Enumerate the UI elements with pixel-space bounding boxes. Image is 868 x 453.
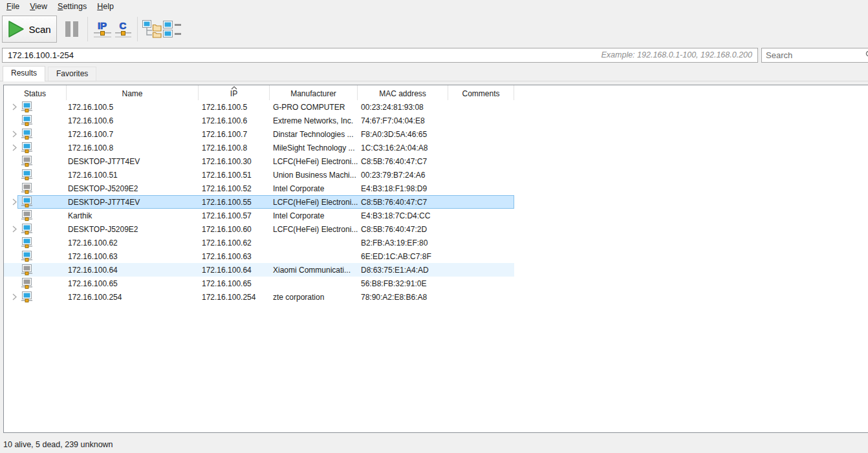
manufacturer-cell: MileSight Technology ... bbox=[270, 141, 358, 154]
table-row[interactable]: 172.16.100.254 172.16.100.254 zte corpor… bbox=[4, 290, 514, 304]
view-as-list-button[interactable] bbox=[162, 16, 183, 43]
status-cell bbox=[4, 182, 67, 195]
ip-cell: 172.16.100.62 bbox=[199, 236, 270, 249]
ip-cell: 172.16.100.57 bbox=[199, 209, 270, 222]
name-cell: 172.16.100.254 bbox=[67, 290, 199, 304]
expand-arrow-icon[interactable] bbox=[10, 226, 19, 233]
mac-address-cell: E4:B3:18:F1:98:D9 bbox=[358, 182, 448, 195]
scan-button[interactable]: Scan bbox=[2, 16, 57, 43]
table-row[interactable]: DESKTOP-JT7T4EV 172.16.100.30 LCFC(HeFei… bbox=[4, 154, 514, 168]
name-cell: 172.16.100.8 bbox=[67, 141, 199, 154]
expand-arrow-icon[interactable] bbox=[10, 103, 19, 111]
status-cell bbox=[4, 195, 67, 209]
comments-cell bbox=[448, 249, 514, 263]
device-status-icon bbox=[21, 156, 32, 167]
device-status-icon bbox=[21, 291, 32, 302]
device-status-icon bbox=[21, 169, 32, 180]
view-as-tree-button[interactable] bbox=[142, 16, 162, 43]
menu-settings[interactable]: Settings bbox=[52, 1, 92, 12]
ip-cell: 172.16.100.254 bbox=[199, 290, 270, 304]
manufacturer-cell bbox=[270, 277, 358, 290]
mac-address-cell: C8:5B:76:40:47:C7 bbox=[358, 154, 448, 168]
comments-cell bbox=[448, 168, 514, 182]
manufacturer-cell: LCFC(HeFei) Electroni... bbox=[270, 222, 358, 236]
name-cell: DESKTOP-J5209E2 bbox=[67, 222, 199, 236]
device-status-icon bbox=[21, 224, 32, 235]
expand-arrow-icon[interactable] bbox=[10, 144, 19, 151]
column-header-comments[interactable]: Comments bbox=[448, 85, 514, 100]
status-cell bbox=[4, 290, 67, 304]
table-row[interactable]: 172.16.100.65 172.16.100.65 56:B8:FB:32:… bbox=[4, 277, 514, 290]
table-row[interactable]: 172.16.100.7 172.16.100.7 Dinstar Techno… bbox=[4, 127, 514, 141]
menu-help[interactable]: Help bbox=[92, 1, 119, 12]
tab-results[interactable]: Results bbox=[3, 66, 45, 81]
column-header-manufacturer[interactable]: Manufacturer bbox=[270, 85, 358, 100]
comments-cell bbox=[448, 114, 514, 127]
device-status-icon bbox=[21, 251, 32, 262]
table-row[interactable]: DESKTOP-JT7T4EV 172.16.100.55 LCFC(HeFei… bbox=[4, 195, 514, 209]
manufacturer-cell: Xiaomi Communicati... bbox=[270, 263, 358, 277]
table-row[interactable]: 172.16.100.51 172.16.100.51 Union Busine… bbox=[4, 168, 514, 182]
scan-class-button[interactable]: C bbox=[113, 16, 133, 43]
name-cell: 172.16.100.63 bbox=[67, 249, 199, 263]
ip-scan-icon: IP bbox=[94, 19, 111, 39]
search-input[interactable] bbox=[766, 50, 868, 60]
expand-arrow-icon[interactable] bbox=[10, 198, 19, 205]
mac-address-cell: 00:23:79:B7:24:A6 bbox=[358, 168, 448, 182]
column-header-ip[interactable]: IP bbox=[199, 85, 270, 100]
menu-file[interactable]: File bbox=[1, 1, 25, 12]
status-cell bbox=[4, 100, 67, 114]
column-header-name[interactable]: Name bbox=[67, 85, 199, 100]
tab-favorites[interactable]: Favorites bbox=[48, 67, 96, 81]
scan-ip-button[interactable]: IP bbox=[92, 16, 113, 43]
comments-cell bbox=[448, 127, 514, 141]
manufacturer-cell bbox=[270, 249, 358, 263]
pause-button[interactable] bbox=[60, 16, 83, 43]
address-row: Example: 192.168.0.1-100, 192.168.0.200 bbox=[0, 46, 868, 64]
status-cell bbox=[4, 154, 67, 168]
manufacturer-cell: LCFC(HeFei) Electroni... bbox=[270, 195, 358, 209]
table-row[interactable]: 172.16.100.8 172.16.100.8 MileSight Tech… bbox=[4, 141, 514, 154]
column-header-mac[interactable]: MAC address bbox=[358, 85, 448, 100]
manufacturer-cell: LCFC(HeFei) Electroni... bbox=[270, 154, 358, 168]
search-box bbox=[761, 48, 868, 63]
device-status-icon bbox=[21, 196, 32, 207]
expand-arrow-icon[interactable] bbox=[10, 293, 19, 300]
table-row[interactable]: DESKTOP-J5209E2 172.16.100.52 Intel Corp… bbox=[4, 182, 514, 195]
table-row[interactable]: 172.16.100.62 172.16.100.62 B2:FB:A3:19:… bbox=[4, 236, 514, 249]
comments-cell bbox=[448, 141, 514, 154]
status-cell bbox=[4, 168, 67, 182]
table-row[interactable]: Karthik 172.16.100.57 Intel Corporate E4… bbox=[4, 209, 514, 222]
table-header: Status Name IP Manufacturer MAC address … bbox=[4, 85, 868, 100]
name-cell: DESKTOP-JT7T4EV bbox=[67, 154, 199, 168]
manufacturer-cell: zte corporation bbox=[270, 290, 358, 304]
pause-icon bbox=[65, 21, 71, 37]
device-status-icon bbox=[21, 210, 32, 221]
manufacturer-cell: G-PRO COMPUTER bbox=[270, 100, 358, 114]
toolbar-separator bbox=[137, 17, 138, 41]
device-status-icon bbox=[21, 264, 32, 275]
mac-address-cell: D8:63:75:E1:A4:AD bbox=[358, 263, 448, 277]
status-cell bbox=[4, 222, 67, 236]
tab-bar: Results Favorites bbox=[0, 67, 868, 81]
manufacturer-cell: Intel Corporate bbox=[270, 182, 358, 195]
manufacturer-cell: Extreme Networks, Inc. bbox=[270, 114, 358, 127]
table-row[interactable]: 172.16.100.5 172.16.100.5 G-PRO COMPUTER… bbox=[4, 100, 514, 114]
comments-cell bbox=[448, 100, 514, 114]
ip-cell: 172.16.100.5 bbox=[199, 100, 270, 114]
table-row[interactable]: 172.16.100.63 172.16.100.63 6E:ED:1C:AB:… bbox=[4, 249, 514, 263]
column-header-filler bbox=[514, 85, 868, 100]
table-row[interactable]: DESKTOP-J5209E2 172.16.100.60 LCFC(HeFei… bbox=[4, 222, 514, 236]
menu-view[interactable]: View bbox=[25, 1, 52, 12]
table-row[interactable]: 172.16.100.6 172.16.100.6 Extreme Networ… bbox=[4, 114, 514, 127]
column-header-status[interactable]: Status bbox=[4, 85, 67, 100]
device-status-icon bbox=[21, 115, 32, 126]
sort-ascending-icon bbox=[231, 85, 237, 90]
comments-cell bbox=[448, 263, 514, 277]
table-row[interactable]: 172.16.100.64 172.16.100.64 Xiaomi Commu… bbox=[4, 263, 514, 277]
name-cell: 172.16.100.51 bbox=[67, 168, 199, 182]
status-cell bbox=[4, 114, 67, 127]
ip-range-input[interactable] bbox=[8, 50, 601, 60]
list-view-icon bbox=[163, 21, 182, 38]
expand-arrow-icon[interactable] bbox=[10, 131, 19, 138]
